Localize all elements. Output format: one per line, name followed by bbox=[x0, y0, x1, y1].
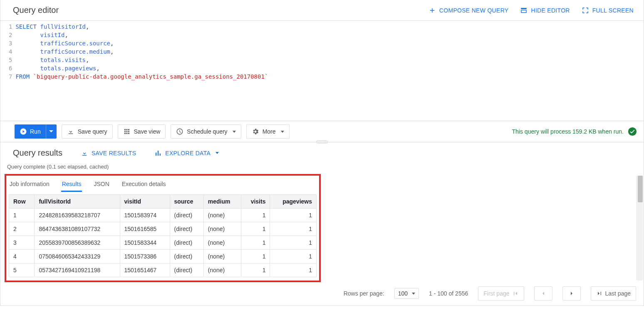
sql-editor[interactable]: 1234567 SELECT fullVisitorId, visitId, t… bbox=[0, 21, 644, 121]
run-dropdown[interactable] bbox=[46, 124, 57, 139]
results-title: Query results bbox=[13, 148, 62, 158]
cell-pageviews: 1 bbox=[270, 222, 317, 236]
cell-pageviews: 1 bbox=[270, 209, 317, 222]
code-content[interactable]: SELECT fullVisitorId, visitId, trafficSo… bbox=[15, 22, 276, 121]
col-pageviews: pageviews bbox=[270, 195, 317, 209]
table-row[interactable]: 286474363810891077321501616585(direct)(n… bbox=[9, 222, 317, 236]
grid-icon bbox=[123, 128, 131, 135]
first-page-label: First page bbox=[483, 290, 509, 297]
cell-visitId: 1501616585 bbox=[120, 222, 170, 236]
caret-down-icon bbox=[281, 131, 284, 133]
save-query-button[interactable]: Save query bbox=[62, 124, 113, 139]
more-button[interactable]: More bbox=[246, 124, 290, 139]
chevron-left-icon bbox=[540, 290, 547, 297]
table-row[interactable]: 122482816395832187071501583974(direct)(n… bbox=[9, 209, 317, 222]
pagination: Rows per page: 100 1 - 100 of 2556 First… bbox=[0, 282, 644, 306]
cell-fullVisitorId: 0573427169410921198 bbox=[35, 263, 120, 277]
download-icon bbox=[67, 128, 74, 135]
toolbar-left: Run Save query Save view Schedule query bbox=[15, 124, 290, 139]
next-page-button[interactable] bbox=[562, 286, 581, 301]
tab-execution-details[interactable]: Execution details bbox=[121, 180, 167, 192]
cell-fullVisitorId: 2248281639583218707 bbox=[35, 209, 120, 222]
cell-source: (direct) bbox=[170, 263, 203, 277]
last-page-button[interactable]: Last page bbox=[591, 286, 637, 301]
schedule-query-button[interactable]: Schedule query bbox=[171, 124, 241, 139]
explore-label: EXPLORE DATA bbox=[165, 150, 211, 156]
cell-visitId: 1501583344 bbox=[120, 236, 170, 250]
caret-down-icon bbox=[412, 293, 415, 295]
tab-job-information[interactable]: Job information bbox=[9, 180, 50, 192]
save-view-label: Save view bbox=[134, 128, 161, 135]
result-tabs: Job information Results JSON Execution d… bbox=[6, 176, 319, 192]
status-text: This query will process 159.2 KB when ru… bbox=[512, 128, 624, 135]
save-results-button[interactable]: SAVE RESULTS bbox=[81, 149, 136, 157]
prev-page-button[interactable] bbox=[534, 286, 552, 301]
cell-visits: 1 bbox=[241, 222, 270, 236]
fullscreen-icon bbox=[582, 7, 589, 14]
save-query-label: Save query bbox=[78, 128, 107, 135]
results-highlight: Job information Results JSON Execution d… bbox=[5, 174, 321, 282]
cell-fullVisitorId: 0750846065342433129 bbox=[35, 250, 120, 263]
caret-down-icon bbox=[233, 131, 236, 133]
table-row[interactable]: 320558397008563896321501583344(direct)(n… bbox=[9, 236, 317, 250]
cell-fullVisitorId: 8647436381089107732 bbox=[35, 222, 120, 236]
table-row[interactable]: 407508460653424331291501573386(direct)(n… bbox=[9, 250, 317, 263]
explore-data-button[interactable]: EXPLORE DATA bbox=[154, 149, 219, 157]
tab-json[interactable]: JSON bbox=[93, 180, 110, 192]
col-source: source bbox=[170, 195, 203, 209]
rows-per-page-select[interactable]: 100 bbox=[394, 288, 419, 299]
cell-pageviews: 1 bbox=[270, 250, 317, 263]
cell-row: 3 bbox=[9, 236, 35, 250]
results-header: Query results SAVE RESULTS EXPLORE DATA bbox=[0, 142, 644, 159]
last-page-icon bbox=[596, 290, 603, 297]
cell-row: 2 bbox=[9, 222, 35, 236]
tab-results[interactable]: Results bbox=[61, 180, 82, 192]
last-page-label: Last page bbox=[605, 290, 631, 297]
hide-editor-icon bbox=[520, 7, 528, 14]
schedule-label: Schedule query bbox=[187, 128, 227, 135]
page-range: 1 - 100 of 2556 bbox=[429, 290, 468, 297]
resize-handle[interactable] bbox=[316, 140, 328, 144]
rows-per-page-label: Rows per page: bbox=[344, 290, 384, 297]
scrollbar-thumb[interactable] bbox=[638, 176, 643, 202]
results-body: Job information Results JSON Execution d… bbox=[0, 174, 644, 282]
hide-label: HIDE EDITOR bbox=[531, 7, 570, 14]
cell-source: (direct) bbox=[170, 236, 203, 250]
cell-source: (direct) bbox=[170, 209, 203, 222]
cell-visits: 1 bbox=[241, 236, 270, 250]
col-Row: Row bbox=[9, 195, 35, 209]
run-button[interactable]: Run bbox=[15, 124, 57, 139]
cell-medium: (none) bbox=[203, 222, 241, 236]
cell-visitId: 1501651467 bbox=[120, 263, 170, 277]
cell-source: (direct) bbox=[170, 250, 203, 263]
table-header-row: RowfullVisitorIdvisitIdsourcemediumvisit… bbox=[9, 195, 317, 209]
cell-medium: (none) bbox=[203, 263, 241, 277]
first-page-button[interactable]: First page bbox=[478, 286, 524, 301]
cell-medium: (none) bbox=[203, 236, 241, 250]
cell-visits: 1 bbox=[241, 263, 270, 277]
cell-row: 1 bbox=[9, 209, 35, 222]
line-gutter: 1234567 bbox=[0, 22, 15, 121]
editor-header: Query editor COMPOSE NEW QUERY HIDE EDIT… bbox=[0, 0, 644, 21]
page-size-value: 100 bbox=[398, 290, 408, 297]
caret-down-icon bbox=[49, 129, 53, 134]
cell-medium: (none) bbox=[203, 209, 241, 222]
editor-toolbar: Run Save query Save view Schedule query bbox=[0, 121, 644, 142]
table-row[interactable]: 505734271694109211981501651467(direct)(n… bbox=[9, 263, 317, 277]
save-view-button[interactable]: Save view bbox=[118, 124, 166, 139]
first-page-icon bbox=[512, 290, 519, 297]
full-screen-button[interactable]: FULL SCREEN bbox=[582, 7, 634, 14]
header-actions: COMPOSE NEW QUERY HIDE EDITOR FULL SCREE… bbox=[429, 7, 634, 14]
col-visitId: visitId bbox=[120, 195, 170, 209]
caret-down-icon bbox=[215, 152, 219, 154]
cell-pageviews: 1 bbox=[270, 236, 317, 250]
chart-icon bbox=[154, 149, 162, 157]
cell-visits: 1 bbox=[241, 209, 270, 222]
cell-row: 5 bbox=[9, 263, 35, 277]
run-main[interactable]: Run bbox=[15, 124, 46, 139]
editor-title: Query editor bbox=[13, 5, 59, 15]
play-icon bbox=[20, 128, 27, 135]
compose-new-query-button[interactable]: COMPOSE NEW QUERY bbox=[429, 7, 509, 14]
hide-editor-button[interactable]: HIDE EDITOR bbox=[520, 7, 570, 14]
col-visits: visits bbox=[241, 195, 270, 209]
